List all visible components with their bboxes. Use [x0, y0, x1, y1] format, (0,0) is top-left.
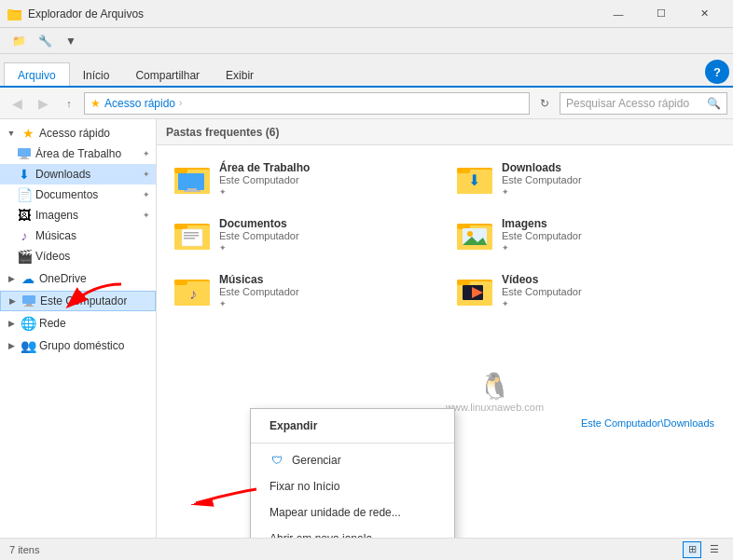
sidebar-item-onedrive[interactable]: ▶ ☁ OneDrive: [0, 268, 156, 289]
folder-tile-info-musicas: Músicas Este Computador ✦: [219, 273, 299, 308]
folder-pin-videos: ✦: [502, 299, 582, 308]
ctx-item-mapear[interactable]: Mapear unidade de rede...: [251, 499, 454, 526]
sidebar-item-imagens[interactable]: 🖼 Imagens ✦: [0, 205, 156, 225]
sidebar-label-onedrive: OneDrive: [39, 272, 87, 285]
folder-tile-info-area-trabalho: Área de Trabalho Este Computador ✦: [219, 161, 310, 197]
content-area: Pastas frequentes (6) Área de Trabalho: [157, 119, 733, 538]
toggle-icon: ▼: [6, 128, 17, 139]
sidebar-label-musicas: Músicas: [35, 229, 76, 242]
toggle-icon: ▶: [6, 273, 17, 284]
titlebar-controls: — ☐ ✕: [597, 0, 726, 28]
help-button[interactable]: ?: [705, 60, 729, 84]
folder-sub-imagens: Este Computador: [502, 230, 582, 241]
folder-tile-info-downloads: Downloads Este Computador ✦: [502, 161, 582, 197]
shield-icon: 🛡: [270, 453, 284, 468]
svg-rect-6: [22, 295, 35, 304]
folder-tile-info-videos: Vídeos Este Computador ✦: [502, 273, 582, 308]
music-icon: ♪: [17, 228, 32, 243]
ctx-label-mapear: Mapear unidade de rede...: [270, 506, 401, 519]
svg-point-30: [467, 231, 473, 237]
sidebar-label-grupo: Grupo doméstico: [39, 339, 124, 352]
svg-rect-8: [24, 306, 34, 307]
tab-compartilhar[interactable]: Compartilhar: [122, 63, 213, 86]
downloads-icon: ⬇: [17, 167, 32, 182]
view-controls: ⊞ ☰: [683, 541, 724, 558]
address-crumb-acesso-rapido[interactable]: Acesso rápido: [104, 97, 175, 110]
svg-rect-23: [184, 232, 199, 234]
folder-tile-documentos[interactable]: Documentos Este Computador ✦: [166, 211, 441, 259]
sidebar-item-videos[interactable]: 🎬 Vídeos: [0, 246, 156, 266]
sidebar-section-grupo: ▶ 👥 Grupo doméstico: [0, 335, 156, 356]
svg-rect-5: [20, 158, 29, 159]
quick-access-toolbar: 📁 🔧 ▼: [0, 28, 733, 54]
ctx-item-abrir-janela[interactable]: Abrir em nova janela: [251, 526, 454, 538]
minimize-button[interactable]: —: [597, 0, 640, 28]
svg-rect-3: [18, 148, 31, 157]
folder-sub-area-trabalho: Este Computador: [219, 174, 310, 185]
svg-rect-21: [174, 224, 187, 229]
folder-pin-imagens: ✦: [502, 243, 582, 253]
sidebar-label-documentos: Documentos: [35, 188, 98, 201]
sidebar-item-rede[interactable]: ▶ 🌐 Rede: [0, 313, 156, 334]
docs-icon: 📄: [17, 187, 32, 202]
back-button[interactable]: ◀: [6, 92, 28, 115]
folder-tile-musicas[interactable]: ♪ Músicas Este Computador ✦: [166, 266, 441, 315]
svg-rect-12: [178, 173, 204, 190]
tab-inicio[interactable]: Início: [70, 63, 123, 86]
folder-name-area-trabalho: Área de Trabalho: [219, 161, 310, 174]
content-header-label: Pastas frequentes (6): [166, 126, 279, 139]
watermark-penguin: 🐧: [446, 371, 544, 402]
tab-exibir[interactable]: Exibir: [213, 63, 267, 86]
refresh-button[interactable]: ↻: [533, 92, 556, 115]
address-bar[interactable]: ★ Acesso rápido ›: [84, 92, 530, 115]
folder-tile-imagens[interactable]: Imagens Este Computador ✦: [449, 211, 724, 259]
pin-icon: ✦: [143, 170, 150, 179]
svg-rect-11: [174, 168, 187, 173]
qat-properties[interactable]: 🔧: [34, 31, 56, 51]
svg-rect-2: [7, 9, 13, 13]
sidebar-label-acesso-rapido: Acesso rápido: [39, 127, 110, 140]
list-view-button[interactable]: ☰: [705, 541, 724, 558]
close-button[interactable]: ✕: [683, 0, 726, 28]
folder-tile-info-imagens: Imagens Este Computador ✦: [502, 217, 582, 253]
address-separator: ›: [179, 98, 182, 108]
maximize-button[interactable]: ☐: [640, 0, 683, 28]
folder-tile-downloads[interactable]: ⬇ Downloads Este Computador ✦: [449, 155, 724, 203]
svg-text:♪: ♪: [189, 286, 197, 302]
items-count: 7 itens: [9, 544, 39, 555]
search-icon: 🔍: [707, 97, 721, 110]
ctx-item-gerenciar[interactable]: 🛡 Gerenciar: [251, 447, 454, 473]
group-icon: 👥: [21, 338, 35, 353]
ctx-item-fixar-inicio[interactable]: Fixar no Início: [251, 473, 454, 499]
forward-button[interactable]: ▶: [32, 92, 54, 115]
svg-rect-4: [21, 157, 27, 158]
ctx-item-expandir[interactable]: Expandir: [251, 413, 454, 439]
sidebar-item-musicas[interactable]: ♪ Músicas: [0, 225, 156, 246]
grid-view-button[interactable]: ⊞: [683, 541, 701, 558]
sidebar-label-downloads: Downloads: [35, 168, 90, 181]
folder-tile-area-trabalho[interactable]: Área de Trabalho Este Computador ✦: [166, 155, 441, 203]
sidebar-item-grupo[interactable]: ▶ 👥 Grupo doméstico: [0, 335, 156, 356]
folder-sub-documentos: Este Computador: [219, 230, 299, 241]
folder-tile-videos[interactable]: Vídeos Este Computador ✦: [449, 266, 724, 315]
content-path: Este Computador\Downloads: [581, 417, 714, 429]
sidebar-item-downloads[interactable]: ⬇ Downloads ✦: [0, 164, 156, 184]
sidebar-section-rede: ▶ 🌐 Rede: [0, 313, 156, 334]
ctx-separator-1: [251, 443, 454, 444]
ctx-label-fixar-inicio: Fixar no Início: [270, 480, 339, 493]
sidebar-section-onedrive: ▶ ☁ OneDrive: [0, 268, 156, 289]
svg-rect-7: [26, 304, 32, 306]
sidebar-item-este-computador[interactable]: ▶ Este Computador: [0, 291, 156, 311]
context-menu: Expandir 🛡 Gerenciar Fixar no Início Map…: [250, 408, 455, 538]
tab-arquivo[interactable]: Arquivo: [4, 62, 70, 86]
sidebar-item-documentos[interactable]: 📄 Documentos ✦: [0, 184, 156, 205]
search-bar[interactable]: Pesquisar Acesso rápido 🔍: [560, 92, 727, 115]
qat-new-folder[interactable]: 📁: [7, 31, 30, 51]
sidebar-item-area-trabalho[interactable]: Área de Trabalho ✦: [0, 143, 156, 164]
up-button[interactable]: ↑: [58, 92, 80, 115]
sidebar-section-este-computador: ▶ Este Computador: [0, 291, 156, 311]
folder-icon-area-trabalho: [174, 162, 212, 196]
qat-dropdown[interactable]: ▼: [60, 31, 82, 51]
pin-icon: ✦: [143, 149, 150, 158]
sidebar-item-acesso-rapido[interactable]: ▼ ★ Acesso rápido: [0, 123, 156, 143]
